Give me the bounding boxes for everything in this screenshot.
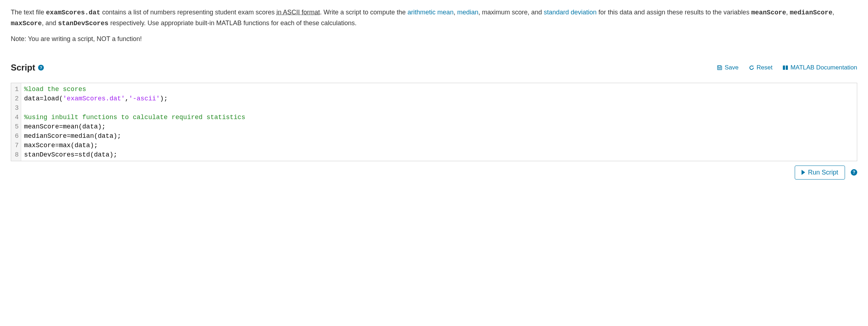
link-arithmetic-mean[interactable]: arithmetic mean	[407, 9, 453, 16]
play-icon	[802, 170, 805, 175]
code-line[interactable]: stanDevScores=std(data);	[24, 150, 854, 159]
script-header: Script ? Save Reset MATLAB Documentation	[11, 63, 857, 73]
run-script-button[interactable]: Run Script	[795, 166, 845, 180]
editor-footer: Run Script ?	[11, 166, 857, 180]
reset-button[interactable]: Reset	[749, 64, 772, 71]
code-area[interactable]: %load the scoresdata=load('examScores.da…	[21, 83, 857, 161]
code-line[interactable]: %using inbuilt functions to calculate re…	[24, 113, 854, 122]
reset-icon	[749, 65, 754, 71]
editor-toolbar: Save Reset MATLAB Documentation	[717, 64, 857, 71]
ascii-format-hint: in ASCII format	[277, 9, 320, 16]
problem-statement: The text file examScores.dat contains a …	[11, 7, 857, 29]
file-name: examScores.dat	[46, 9, 100, 16]
code-line[interactable]	[24, 103, 854, 113]
code-editor[interactable]: 12345678 %load the scoresdata=load('exam…	[11, 83, 857, 161]
link-median[interactable]: median	[457, 9, 478, 16]
documentation-button[interactable]: MATLAB Documentation	[782, 64, 857, 71]
svg-rect-0	[783, 65, 785, 70]
save-button[interactable]: Save	[717, 64, 739, 71]
svg-rect-1	[786, 65, 788, 70]
script-title: Script	[11, 63, 35, 73]
note-text: Note: You are writing a script, NOT a fu…	[11, 35, 857, 43]
code-line[interactable]: %load the scores	[24, 85, 854, 94]
help-icon[interactable]: ?	[38, 65, 44, 71]
help-icon[interactable]: ?	[851, 169, 857, 176]
save-icon	[717, 65, 722, 71]
code-line[interactable]: data=load('examScores.dat','-ascii');	[24, 94, 854, 103]
code-line[interactable]: meanScore=mean(data);	[24, 122, 854, 131]
book-icon	[782, 65, 788, 71]
code-line[interactable]: medianScore=median(data);	[24, 131, 854, 141]
code-line[interactable]: maxScore=max(data);	[24, 141, 854, 150]
link-standard-deviation[interactable]: standard deviation	[544, 9, 597, 16]
line-gutter: 12345678	[11, 83, 21, 161]
